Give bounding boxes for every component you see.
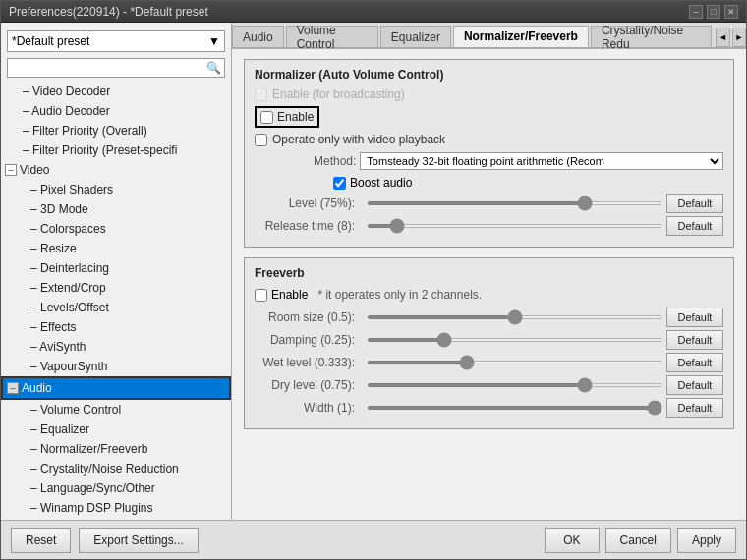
tab-crystality[interactable]: Crystality/Noise Redu (591, 26, 712, 47)
tree-item-volume-control[interactable]: – Volume Control (1, 400, 231, 420)
dry-level-default-button[interactable]: Default (666, 375, 723, 395)
bottom-right-buttons: OK Cancel Apply (545, 528, 736, 553)
tree-item-audio[interactable]: – Audio (1, 376, 231, 400)
enable-normalizer-label: Enable (277, 110, 314, 124)
tree-item-crystality[interactable]: – Crystality/Noise Reduction (1, 459, 231, 478)
window-controls: – □ ✕ (689, 5, 738, 19)
level-default-button[interactable]: Default (666, 194, 723, 213)
export-settings-button[interactable]: Export Settings... (79, 528, 198, 553)
release-default-button[interactable]: Default (666, 216, 723, 236)
tree-item-avisynth[interactable]: – AviSynth (1, 337, 231, 357)
tree-item-audio-decoder[interactable]: – Audio Decoder (1, 101, 231, 121)
apply-button[interactable]: Apply (677, 528, 736, 553)
enable-broadcasting-row: Enable (for broadcasting) (255, 87, 723, 101)
search-icon: 🔍 (206, 61, 221, 75)
tree-item-pixel-shaders[interactable]: – Pixel Shaders (1, 180, 231, 199)
preset-select[interactable]: *Default preset ▼ (7, 30, 225, 52)
panel-content: Normalizer (Auto Volume Control) Enable … (232, 49, 746, 520)
damping-default-button[interactable]: Default (666, 330, 723, 350)
level-slider[interactable] (367, 201, 662, 205)
normalizer-title: Normalizer (Auto Volume Control) (255, 68, 723, 82)
reset-button[interactable]: Reset (11, 528, 71, 553)
tab-volume-control[interactable]: Volume Control (286, 26, 378, 47)
dry-level-slider[interactable] (367, 383, 662, 387)
tab-normalizer-freeverb[interactable]: Normalizer/Freeverb (453, 26, 589, 47)
expand-audio-icon: – (7, 382, 19, 394)
normalizer-section: Normalizer (Auto Volume Control) Enable … (244, 59, 734, 248)
tree-item-levels-offset[interactable]: – Levels/Offset (1, 298, 231, 317)
expand-video-icon: – (5, 164, 17, 176)
tree-item-video-decoder[interactable]: – Video Decoder (1, 82, 231, 101)
operate-only-checkbox[interactable] (255, 134, 267, 146)
tree-item-video[interactable]: – Video (1, 160, 231, 180)
level-slider-row: Level (75%): Default (255, 194, 723, 213)
damping-row: Damping (0.25): Default (255, 330, 723, 350)
tree-item-filter-preset[interactable]: – Filter Priority (Preset-specifi (1, 140, 231, 160)
left-panel: *Default preset ▼ 🔍 – Video Decoder – Au… (1, 23, 232, 520)
window-title: Preferences(220914) - *Default preset (9, 5, 208, 19)
enable-broadcasting-label: Enable (for broadcasting) (272, 87, 405, 101)
enable-broadcasting-checkbox[interactable] (255, 88, 267, 101)
dropdown-arrow-icon: ▼ (208, 34, 220, 48)
tree-item-equalizer[interactable]: – Equalizer (1, 420, 231, 439)
tree-item-extend-crop[interactable]: – Extend/Crop (1, 278, 231, 298)
release-slider-row: Release time (8): Default (255, 216, 723, 236)
release-slider[interactable] (367, 224, 662, 228)
width-label: Width (1): (255, 401, 363, 415)
tab-equalizer[interactable]: Equalizer (380, 26, 451, 47)
tab-scroll-right-button[interactable]: ► (732, 28, 746, 47)
boost-audio-row: Boost audio (255, 176, 723, 190)
width-slider[interactable] (367, 406, 662, 410)
room-size-slider[interactable] (367, 315, 662, 319)
tree-item-filter-overall[interactable]: – Filter Priority (Overall) (1, 121, 231, 140)
width-default-button[interactable]: Default (666, 398, 723, 418)
tree-item-normalizer[interactable]: – Normalizer/Freeverb (1, 439, 231, 459)
room-size-row: Room size (0.5): Default (255, 308, 723, 327)
tab-bar: Audio Volume Control Equalizer Normalize… (232, 23, 746, 49)
freeverb-enable-row: Enable * it operates only in 2 channels. (255, 288, 723, 302)
tree-item-deinterlacing[interactable]: – Deinterlacing (1, 258, 231, 278)
enable-normalizer-checkbox[interactable] (260, 111, 273, 124)
tree-item-effects[interactable]: – Effects (1, 317, 231, 337)
maximize-button[interactable]: □ (707, 5, 720, 19)
close-button[interactable]: ✕ (724, 5, 738, 19)
freeverb-title: Freeverb (255, 266, 305, 280)
freeverb-enable-checkbox[interactable] (255, 289, 267, 302)
tree-item-vapoursynth[interactable]: – VapourSynth (1, 357, 231, 376)
freeverb-enable-label: Enable (271, 288, 308, 302)
freeverb-note: * it operates only in 2 channels. (317, 288, 482, 302)
tree-item-resize[interactable]: – Resize (1, 239, 231, 258)
dry-level-label: Dry level (0.75): (255, 378, 363, 392)
preset-value: *Default preset (12, 34, 89, 48)
bottom-bar: Reset Export Settings... OK Cancel Apply (1, 520, 746, 559)
damping-slider[interactable] (367, 338, 662, 342)
minimize-button[interactable]: – (689, 5, 703, 19)
right-panel: Audio Volume Control Equalizer Normalize… (232, 23, 746, 520)
method-select[interactable]: Tomsteady 32-bit floating point arithmet… (360, 152, 723, 170)
tab-scroll-left-button[interactable]: ◄ (716, 28, 729, 47)
wet-level-label: Wet level (0.333): (255, 356, 363, 369)
ok-button[interactable]: OK (545, 528, 599, 553)
title-bar: Preferences(220914) - *Default preset – … (1, 1, 746, 23)
main-content: *Default preset ▼ 🔍 – Video Decoder – Au… (1, 23, 746, 520)
enable-normalizer-highlighted: Enable (255, 106, 319, 128)
bottom-left-buttons: Reset Export Settings... (11, 528, 199, 553)
cancel-button[interactable]: Cancel (605, 528, 671, 553)
wet-level-row: Wet level (0.333): Default (255, 353, 723, 372)
main-window: Preferences(220914) - *Default preset – … (0, 0, 747, 560)
tree-view: – Video Decoder – Audio Decoder – Filter… (1, 80, 231, 516)
tree-item-winamp[interactable]: – Winamp DSP Plugins (1, 498, 231, 516)
room-size-default-button[interactable]: Default (666, 308, 723, 327)
tree-item-colorspaces[interactable]: – Colorspaces (1, 219, 231, 239)
width-row: Width (1): Default (255, 398, 723, 418)
wet-level-default-button[interactable]: Default (666, 353, 723, 372)
tree-item-language[interactable]: – Language/Sync/Other (1, 478, 231, 498)
search-input[interactable] (11, 62, 206, 74)
freeverb-section: Freeverb Enable * it operates only in 2 … (244, 257, 734, 429)
boost-audio-checkbox[interactable] (333, 177, 346, 190)
tab-audio[interactable]: Audio (232, 26, 284, 47)
tree-item-3d-mode[interactable]: – 3D Mode (1, 199, 231, 219)
level-label: Level (75%): (255, 196, 363, 210)
operate-only-row: Operate only with video playback (255, 133, 723, 146)
wet-level-slider[interactable] (367, 361, 662, 364)
